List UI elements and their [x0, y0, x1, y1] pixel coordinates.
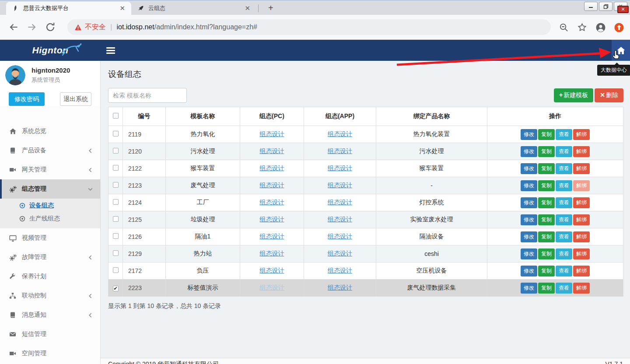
sidebar-item-2[interactable]: 网关管理: [0, 160, 100, 179]
select-all-checkbox[interactable]: [113, 113, 119, 119]
pc-design-link[interactable]: 组态设计: [260, 233, 284, 240]
url-domain[interactable]: iot.idosp.net: [116, 23, 154, 31]
sidebar-subitem-3-1[interactable]: 生产线组态: [0, 212, 100, 225]
sidebar-item-3[interactable]: 组态管理: [0, 179, 100, 199]
app-design-link[interactable]: 组态设计: [328, 182, 352, 189]
profile-avatar-icon[interactable]: [595, 22, 606, 32]
row-checkbox[interactable]: [113, 216, 119, 222]
unbind-button[interactable]: 解绑: [573, 180, 590, 191]
sidebar-item-10[interactable]: 空间管理: [0, 344, 100, 363]
modify-button[interactable]: 修改: [521, 163, 537, 174]
app-design-link[interactable]: 组态设计: [328, 130, 352, 137]
pc-design-link[interactable]: 组态设计: [260, 199, 284, 206]
copy-button[interactable]: 复制: [538, 146, 555, 157]
logout-button[interactable]: 退出系统: [60, 92, 91, 106]
view-button[interactable]: 查看: [556, 197, 572, 208]
row-checkbox[interactable]: [113, 199, 119, 205]
sidebar-item-6[interactable]: 保养计划: [0, 267, 100, 286]
copy-button[interactable]: 复制: [538, 197, 555, 208]
pc-design-link[interactable]: 组态设计: [260, 147, 284, 154]
unbind-button[interactable]: 解绑: [573, 283, 590, 294]
sidebar-item-9[interactable]: 短信管理: [0, 325, 100, 344]
pc-design-link[interactable]: 组态设计: [260, 130, 284, 137]
modify-button[interactable]: 修改: [521, 248, 537, 259]
view-button[interactable]: 查看: [556, 214, 572, 225]
modify-button[interactable]: 修改: [521, 231, 537, 242]
pc-design-link[interactable]: 组态设计: [260, 216, 284, 223]
row-checkbox[interactable]: [113, 250, 119, 256]
unbind-button[interactable]: 解绑: [573, 248, 590, 259]
sidebar-item-1[interactable]: 产品设备: [0, 141, 100, 160]
pc-design-link[interactable]: 组态设计: [260, 182, 284, 189]
modify-button[interactable]: 修改: [521, 146, 537, 157]
browser-tab-inactive[interactable]: 云组态 ✕: [131, 2, 256, 15]
sidebar-item-0[interactable]: 系统总览: [0, 122, 100, 141]
row-checkbox[interactable]: [113, 267, 119, 273]
view-button[interactable]: 查看: [556, 180, 572, 191]
app-design-link[interactable]: 组态设计: [328, 284, 352, 291]
app-design-link[interactable]: 组态设计: [328, 199, 352, 206]
browser-tab-active[interactable]: 思普云大数据平台 ✕: [6, 2, 131, 15]
browser-update-icon[interactable]: [614, 22, 624, 32]
unbind-button[interactable]: 解绑: [573, 146, 590, 157]
minimize-button[interactable]: [584, 2, 598, 11]
view-button[interactable]: 查看: [556, 129, 572, 140]
copy-button[interactable]: 复制: [538, 180, 555, 191]
unbind-button[interactable]: 解绑: [573, 163, 590, 174]
unbind-button[interactable]: 解绑: [573, 231, 590, 242]
sidebar-subitem-3-0[interactable]: 设备组态: [0, 199, 100, 212]
row-checkbox[interactable]: [113, 165, 119, 171]
view-button[interactable]: 查看: [556, 163, 572, 174]
copy-button[interactable]: 复制: [538, 163, 555, 174]
view-button[interactable]: 查看: [556, 283, 572, 294]
modify-button[interactable]: 修改: [521, 283, 537, 294]
copy-button[interactable]: 复制: [538, 231, 555, 242]
address-bar[interactable]: 不安全 | iot.idosp.net/admin/index.html?lan…: [67, 19, 551, 35]
reload-button[interactable]: [45, 21, 56, 33]
back-button[interactable]: [8, 21, 19, 33]
row-checkbox[interactable]: [113, 131, 119, 136]
pc-design-link[interactable]: 组态设计: [260, 164, 284, 172]
copy-button[interactable]: 复制: [538, 266, 555, 276]
row-checkbox[interactable]: [113, 148, 119, 154]
pc-design-link[interactable]: 组态设计: [260, 250, 284, 257]
bigdata-home-button[interactable]: [612, 40, 630, 61]
copy-button[interactable]: 复制: [538, 214, 555, 225]
sidebar-item-4[interactable]: 视频管理: [0, 228, 100, 248]
view-button[interactable]: 查看: [556, 231, 572, 242]
unbind-button[interactable]: 解绑: [573, 266, 590, 276]
app-logo[interactable]: Hignton: [0, 40, 101, 61]
modify-button[interactable]: 修改: [521, 266, 537, 276]
copy-button[interactable]: 复制: [538, 283, 555, 294]
insecure-warning-icon[interactable]: [74, 24, 82, 31]
unbind-button[interactable]: 解绑: [573, 129, 590, 140]
tab2-close-icon[interactable]: ✕: [243, 4, 252, 12]
restore-button[interactable]: [599, 2, 612, 11]
unbind-button[interactable]: 解绑: [573, 197, 590, 208]
unbind-button[interactable]: 解绑: [573, 214, 590, 225]
modify-button[interactable]: 修改: [521, 180, 537, 191]
insecure-label[interactable]: 不安全: [85, 23, 106, 32]
close-button[interactable]: ✕ ✕: [614, 2, 627, 11]
app-design-link[interactable]: 组态设计: [328, 216, 352, 223]
url-path[interactable]: /admin/index.html?language=zh#: [154, 23, 257, 31]
zoom-out-icon[interactable]: [559, 22, 569, 32]
tab1-close-icon[interactable]: ✕: [118, 4, 127, 12]
delete-button[interactable]: ✕删除: [595, 88, 623, 102]
modify-button[interactable]: 修改: [521, 214, 537, 225]
pc-design-link[interactable]: 组态设计: [260, 284, 284, 291]
sidebar-item-8[interactable]: 消息通知: [0, 305, 100, 325]
row-checkbox[interactable]: [113, 233, 119, 239]
app-design-link[interactable]: 组态设计: [328, 267, 352, 274]
new-template-button[interactable]: +新建模板: [554, 88, 593, 102]
forward-button[interactable]: [26, 21, 38, 33]
bookmark-star-icon[interactable]: [577, 22, 587, 32]
copy-button[interactable]: 复制: [538, 129, 555, 140]
app-design-link[interactable]: 组态设计: [328, 147, 352, 154]
sidebar-item-7[interactable]: 联动控制: [0, 286, 100, 305]
change-password-button[interactable]: 修改密码: [9, 92, 45, 106]
pc-design-link[interactable]: 组态设计: [260, 267, 284, 274]
sidebar-item-5[interactable]: 故障管理: [0, 248, 100, 267]
view-button[interactable]: 查看: [556, 266, 572, 276]
new-tab-button[interactable]: +: [265, 3, 277, 13]
